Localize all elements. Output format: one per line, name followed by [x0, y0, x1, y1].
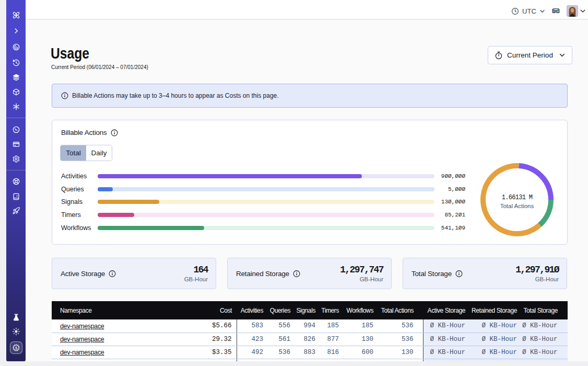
svg-text:$: $	[15, 346, 17, 350]
